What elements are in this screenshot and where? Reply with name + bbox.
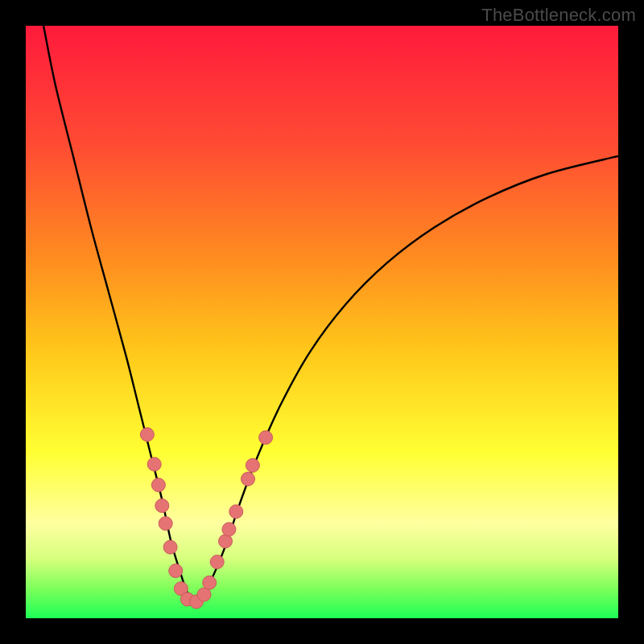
data-dot — [140, 427, 154, 441]
data-dot — [222, 522, 236, 536]
data-dot — [246, 459, 259, 473]
plot-area — [26, 26, 618, 618]
outer-frame: TheBottleneck.com — [0, 0, 644, 644]
data-dot — [169, 564, 183, 578]
data-dot — [159, 517, 172, 530]
data-dot — [229, 505, 243, 518]
data-dot — [155, 499, 169, 513]
data-dot — [147, 457, 161, 471]
dots-layer — [26, 26, 618, 618]
data-dot — [242, 473, 255, 486]
data-dot — [210, 555, 224, 569]
data-dot — [151, 478, 165, 492]
data-dot — [203, 576, 217, 589]
watermark-text: TheBottleneck.com — [481, 5, 636, 26]
data-dot — [259, 431, 273, 444]
data-dot — [163, 540, 177, 554]
data-dots — [140, 427, 272, 609]
